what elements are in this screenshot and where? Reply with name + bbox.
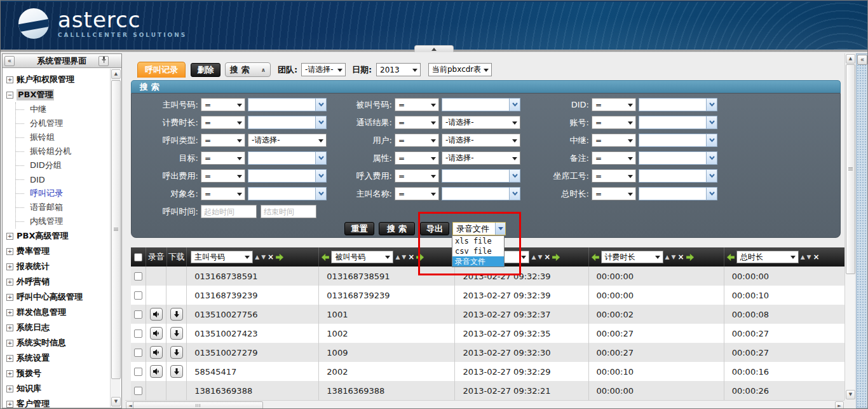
sort-asc-icon[interactable]: ▲ xyxy=(801,254,805,260)
collapse-icon[interactable]: − xyxy=(6,92,13,99)
row-checkbox[interactable] xyxy=(134,310,142,319)
dropdown-option-csv[interactable]: csv file xyxy=(452,246,504,256)
tree-node-pbx-advanced[interactable]: +PBX高级管理 xyxy=(6,228,110,244)
expand-icon[interactable]: + xyxy=(6,340,13,347)
scroll-down-button[interactable]: ▼ xyxy=(846,390,855,399)
total-duration-combo[interactable] xyxy=(639,187,717,200)
remark-combo[interactable] xyxy=(639,151,717,165)
table-row[interactable]: 013168739239 013168739239 2013-02-27 09:… xyxy=(131,286,844,305)
move-column-left-icon[interactable] xyxy=(592,254,599,261)
account-combo[interactable] xyxy=(639,116,717,129)
sort-asc-icon[interactable]: ▲ xyxy=(255,254,259,260)
remove-column-icon[interactable]: × xyxy=(544,254,550,260)
scrollbar-thumb[interactable] xyxy=(133,401,263,409)
operator-select[interactable]: = xyxy=(592,134,636,147)
select-arrow-button[interactable] xyxy=(495,223,505,235)
start-time-input[interactable] xyxy=(201,205,257,218)
sidebar-pin-button[interactable] xyxy=(98,56,109,66)
sort-desc-icon[interactable]: ▼ xyxy=(261,254,266,260)
caller-name-combo[interactable] xyxy=(442,187,520,200)
sort-desc-icon[interactable]: ▼ xyxy=(402,254,406,260)
sort-asc-icon[interactable]: ▲ xyxy=(395,254,400,260)
operator-select[interactable]: = xyxy=(592,116,636,129)
tree-node-predial[interactable]: +预拨号 xyxy=(6,366,110,381)
expand-icon[interactable]: + xyxy=(6,294,13,301)
tree-leaf-ringgroup[interactable]: 振铃组 xyxy=(16,130,110,144)
operator-select[interactable]: = xyxy=(395,98,439,111)
table-row[interactable]: 013510027756 1001 2013-02-27 09:32:37 00… xyxy=(131,305,844,324)
scrollbar-thumb[interactable] xyxy=(111,80,121,379)
sort-asc-icon[interactable]: ▲ xyxy=(665,254,670,260)
download-button[interactable] xyxy=(170,308,183,321)
table-horizontal-scrollbar[interactable]: ◄ ► xyxy=(125,400,844,409)
move-column-left-icon[interactable] xyxy=(727,254,735,261)
scroll-up-button[interactable]: ▲ xyxy=(111,69,121,79)
search-toggle-button[interactable]: 搜 索 ∧ xyxy=(225,62,271,77)
operator-select[interactable]: = xyxy=(201,98,245,111)
select-all-checkbox[interactable] xyxy=(134,253,142,261)
combo-chevron-icon[interactable] xyxy=(315,188,326,200)
row-checkbox[interactable] xyxy=(134,368,142,376)
tree-node-reports[interactable]: +报表统计 xyxy=(6,259,110,274)
remove-column-icon[interactable]: × xyxy=(677,254,684,260)
play-recording-button[interactable] xyxy=(150,365,163,378)
operator-select[interactable]: = xyxy=(395,116,439,129)
cdr-table-select[interactable]: 当前pbxcdr表 xyxy=(428,63,492,76)
header-collapse-handle[interactable] xyxy=(414,45,454,52)
play-recording-button[interactable] xyxy=(150,346,163,359)
object-name-combo[interactable] xyxy=(248,187,327,200)
operator-select[interactable]: = xyxy=(395,169,439,183)
expand-icon[interactable]: + xyxy=(6,76,13,83)
scrollbar-thumb[interactable] xyxy=(846,64,855,274)
tree-node-system-log[interactable]: +系统日志 xyxy=(6,320,110,335)
scroll-down-button[interactable]: ▼ xyxy=(111,397,121,406)
table-row[interactable]: 013510027279 1009 2013-02-27 09:32:30 00… xyxy=(131,343,844,362)
tree-leaf-intercom[interactable]: 内线管理 xyxy=(16,214,110,228)
combo-chevron-icon[interactable] xyxy=(315,116,326,128)
export-type-select[interactable]: 录音文件 xyxy=(452,222,506,235)
expand-icon[interactable]: + xyxy=(6,324,13,331)
combo-chevron-icon[interactable] xyxy=(706,170,717,182)
billsec-combo[interactable] xyxy=(248,116,327,129)
operator-select[interactable]: = xyxy=(201,187,245,200)
dropdown-option-xls[interactable]: xls file xyxy=(452,236,504,246)
remove-column-icon[interactable]: × xyxy=(408,254,414,260)
trunk-combo[interactable] xyxy=(639,134,717,147)
operator-select[interactable]: = xyxy=(201,134,245,147)
agent-id-combo[interactable] xyxy=(639,169,717,183)
sort-desc-icon[interactable]: ▼ xyxy=(538,254,542,260)
date-select[interactable]: 2013 xyxy=(376,63,421,76)
search-button[interactable]: 搜 索 xyxy=(379,222,415,235)
combo-chevron-icon[interactable] xyxy=(315,152,326,164)
move-column-right-icon[interactable] xyxy=(276,254,283,261)
attribute-select[interactable]: -请选择- xyxy=(442,151,520,165)
column-select[interactable]: 总时长 xyxy=(736,251,799,263)
team-select[interactable]: -请选择- xyxy=(301,63,346,76)
combo-chevron-icon[interactable] xyxy=(706,99,717,111)
sidebar-collapse-button[interactable]: « xyxy=(4,56,15,66)
sort-asc-icon[interactable]: ▲ xyxy=(531,254,536,260)
table-row[interactable]: 013510027423 1002 2013-02-27 09:32:35 00… xyxy=(131,324,844,343)
sort-desc-icon[interactable]: ▼ xyxy=(807,254,811,260)
tree-node-customers[interactable]: +客户管理 xyxy=(6,396,110,408)
callee-number-combo[interactable] xyxy=(442,98,520,111)
inbound-fee-combo[interactable] xyxy=(442,169,520,183)
table-row[interactable]: 58545417 2002 2013-02-27 09:32:29 00:00:… xyxy=(131,362,844,381)
tree-node-realtime-info[interactable]: +系统实时信息 xyxy=(6,335,110,350)
operator-select[interactable]: = xyxy=(201,151,245,165)
right-panel-collapse-button[interactable]: « xyxy=(857,55,867,65)
sort-desc-icon[interactable]: ▼ xyxy=(672,254,676,260)
tree-leaf-call-records[interactable]: 呼叫记录 xyxy=(16,186,110,200)
tree-node-system-settings[interactable]: +系统设置 xyxy=(6,350,110,366)
row-checkbox[interactable] xyxy=(134,272,142,281)
tree-leaf-ringgroup-ext[interactable]: 振铃组分机 xyxy=(16,144,110,158)
row-checkbox[interactable] xyxy=(134,329,142,338)
tree-leaf-trunk[interactable]: 中继 xyxy=(16,102,110,116)
expand-icon[interactable]: + xyxy=(6,385,13,392)
table-row[interactable]: 13816369388 13816369388 2013-02-27 09:32… xyxy=(131,381,844,400)
tree-node-outbound[interactable]: +外呼营销 xyxy=(6,274,110,289)
download-button[interactable] xyxy=(170,346,183,359)
tree-node-bulk-message[interactable]: +群发信息管理 xyxy=(6,305,110,320)
column-select[interactable]: 被叫号码 xyxy=(331,251,393,263)
move-column-left-icon[interactable] xyxy=(322,254,329,261)
